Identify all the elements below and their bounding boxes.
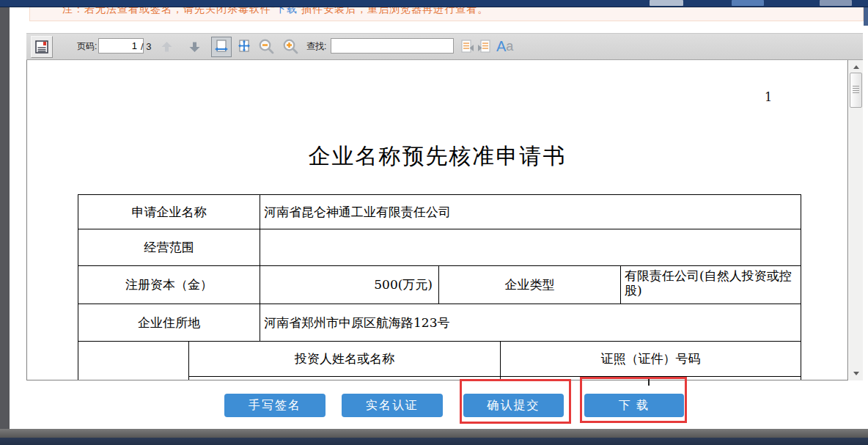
scrollbar-thumb[interactable] (850, 73, 862, 108)
zoom-in-button[interactable] (280, 34, 301, 59)
table-row: 经营范围 (78, 229, 801, 266)
text-cursor (648, 379, 650, 386)
page-number-label: 页码: (77, 34, 97, 59)
window-left-edge (0, 7, 10, 429)
scroll-down-button[interactable] (849, 369, 863, 378)
cell-investor-name-header: 投资人姓名或名称 (189, 342, 501, 377)
zoom-out-icon (258, 38, 275, 55)
page-number-input[interactable] (98, 38, 144, 54)
save-button[interactable] (31, 36, 53, 58)
top-bar-highlight (732, 0, 764, 6)
fit-width-icon (214, 40, 229, 54)
application-window: 注：若无法查看或签名，请先关闭杀毒软件“下载”插件安装后，重启浏览器再进行查看。… (0, 0, 868, 445)
top-bar-highlight (820, 0, 852, 6)
bottom-gray-bar (0, 429, 868, 438)
realname-auth-button[interactable]: 实名认证 (342, 394, 443, 417)
scrollbar-grip (853, 86, 859, 93)
cell-company-type-value: 有限责任公司(自然人投资或控股) (621, 266, 801, 304)
zoom-in-icon (282, 38, 299, 55)
vertical-scrollbar[interactable] (849, 59, 863, 380)
table-row: 投资人姓名或名称 证照（证件）号码 (78, 342, 801, 377)
cell-investor-stub (78, 342, 189, 377)
match-case-upper: A (496, 38, 506, 55)
match-case-toggle[interactable]: Aa (496, 34, 513, 59)
find-input[interactable] (331, 38, 454, 54)
cell-license-number-header: 证照（证件）号码 (501, 342, 801, 377)
page-total-label: / 3 (141, 34, 151, 59)
doc-page-number: 1 (765, 90, 772, 104)
fit-page-icon (237, 39, 251, 54)
cell-address-value: 河南省郑州市中原区航海路123号 (260, 304, 801, 342)
cell-stub (189, 377, 501, 380)
triangle-up-icon (853, 65, 859, 69)
arrow-down-icon (188, 40, 201, 54)
fit-page-button[interactable] (235, 37, 254, 56)
bottom-navy-bar (0, 438, 868, 445)
find-previous-button[interactable] (457, 34, 475, 59)
cell-company-name-value: 河南省昆仑神通工业有限责任公司 (260, 195, 801, 229)
highlight-box-download (580, 377, 687, 423)
pdf-page: 1 企业名称预先核准申请书 申请企业名称 河南省昆仑神通工业有限责任公司 经营范… (26, 59, 848, 380)
pdf-toolbar: 页码: / 3 (26, 33, 863, 60)
window-edge (864, 7, 868, 26)
cell-registered-capital-label: 注册资本（金） (78, 266, 260, 304)
highlight-box-confirm-submit (460, 379, 571, 424)
arrow-up-icon (161, 40, 173, 54)
next-page-button[interactable] (185, 34, 204, 59)
table-row: 申请企业名称 河南省昆仑神通工业有限责任公司 (78, 195, 801, 229)
find-next-icon (477, 39, 493, 54)
fit-width-button[interactable] (211, 37, 232, 57)
table-row: 企业住所地 河南省郑州市中原区航海路123号 (78, 304, 801, 342)
handwritten-signature-button[interactable]: 手写签名 (224, 394, 326, 417)
cell-registered-capital-value: 500(万元) (260, 266, 439, 304)
cell-business-scope-label: 经营范围 (78, 229, 260, 266)
table-row: 注册资本（金） 500(万元) 企业类型 有限责任公司(自然人投资或控股) (78, 266, 801, 304)
find-previous-icon (459, 39, 474, 54)
application-form-table: 申请企业名称 河南省昆仑神通工业有限责任公司 经营范围 注册资本（金） 500(… (78, 194, 801, 380)
match-case-lower: a (506, 39, 513, 54)
cell-address-label: 企业住所地 (78, 304, 260, 342)
cell-stub (78, 377, 189, 380)
table-row-clipped (78, 377, 801, 380)
triangle-down-icon (853, 372, 859, 375)
find-next-button[interactable] (476, 34, 493, 59)
cell-business-scope-value (260, 229, 801, 266)
scroll-up-button[interactable] (849, 62, 863, 71)
zoom-out-button[interactable] (256, 34, 276, 59)
doc-title: 企业名称预先核准申请书 (27, 141, 847, 172)
cell-company-type-label: 企业类型 (439, 266, 621, 304)
top-bar-highlight (650, 0, 683, 6)
window-top-bar (0, 0, 868, 7)
find-label: 查找: (306, 34, 326, 59)
previous-page-button[interactable] (157, 34, 176, 59)
cell-company-name-label: 申请企业名称 (78, 195, 260, 229)
save-icon (34, 40, 49, 54)
